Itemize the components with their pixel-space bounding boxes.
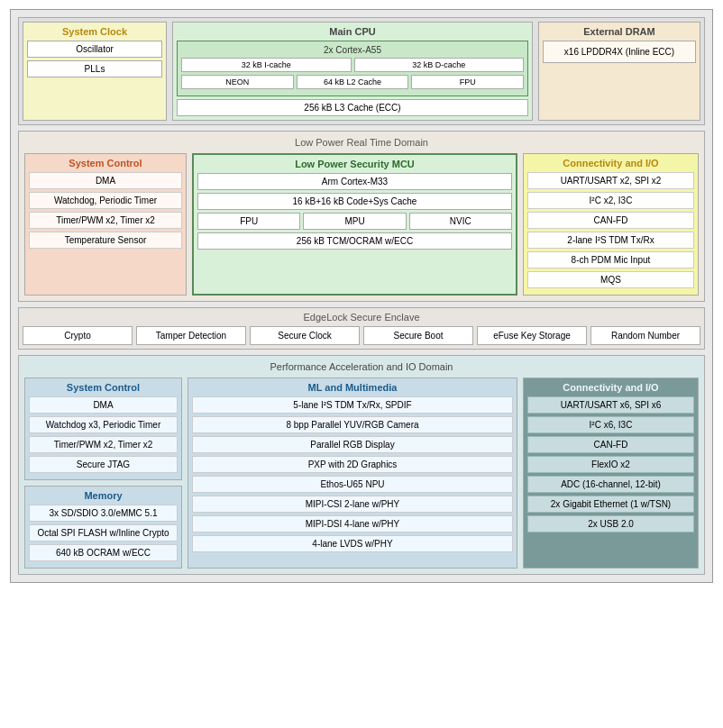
mcu-fp-row: FPU MPU NVIC (197, 213, 512, 230)
sys-control-pa-block: System Control DMA Watchdog x3, Periodic… (24, 378, 182, 480)
pa-ctrl-row-1: Watchdog x3, Periodic Timer (29, 416, 178, 433)
ml-row-3: PXP with 2D Graphics (192, 456, 513, 473)
ml-row-7: 4-lane LVDS w/PHY (192, 535, 513, 552)
main-cpu-block: Main CPU 2x Cortex-A55 32 kB I-cache 32 … (172, 22, 533, 121)
conn-pa-row-4: ADC (16-channel, 12-bit) (527, 476, 694, 493)
edgelock-item-5: Random Number (590, 326, 700, 345)
sys-control-lp-title: System Control (29, 158, 182, 168)
cpu-neon-row: NEON 64 kB L2 Cache FPU (181, 75, 524, 89)
top-section: System Clock Oscillator PLLs Main CPU 2x… (18, 17, 705, 125)
pa-domain-block: Performance Acceleration and IO Domain S… (18, 355, 705, 575)
ml-row-1: 8 bpp Parallel YUV/RGB Camera (192, 416, 513, 433)
mcu-fpu-box: FPU (197, 213, 300, 230)
connectivity-lp-block: Connectivity and I/O UART/USART x2, SPI … (523, 153, 699, 296)
conn-lp-row-5: MQS (527, 271, 694, 288)
pa-domain-title: Performance Acceleration and IO Domain (24, 361, 699, 372)
lp-inner: System Control DMA Watchdog, Periodic Ti… (24, 153, 699, 296)
mcu-mpu-box: MPU (303, 213, 406, 230)
main-cpu-title: Main CPU (177, 26, 528, 37)
edgelock-item-2: Secure Clock (250, 326, 360, 345)
conn-lp-row-1: I²C x2, I3C (527, 192, 694, 209)
conn-pa-row-0: UART/USART x6, SPI x6 (527, 396, 694, 414)
ml-row-6: MIPI-DSI 4-lane w/PHY (192, 515, 513, 532)
edgelock-block: EdgeLock Secure Enclave Crypto Tamper De… (18, 307, 705, 350)
ml-multimedia-block: ML and Multimedia 5-lane I²S TDM Tx/Rx, … (188, 378, 517, 569)
pa-ctrl-row-0: DMA (29, 396, 178, 414)
system-clock-block: System Clock Oscillator PLLs (23, 22, 167, 121)
memory-pa-block: Memory 3x SD/SDIO 3.0/eMMC 5.1 Octal SPI… (24, 486, 182, 569)
pa-left-column: System Control DMA Watchdog x3, Periodic… (24, 378, 182, 569)
cpu-cores: 2x Cortex-A55 (181, 45, 524, 55)
lp-security-mcu-block: Low Power Security MCU Arm Cortex-M33 16… (192, 153, 517, 296)
lp-domain-block: Low Power Real Time Domain System Contro… (18, 131, 705, 302)
neon-box: NEON (181, 75, 294, 89)
sys-control-lp-block: System Control DMA Watchdog, Periodic Ti… (24, 153, 187, 296)
mem-row-2: 640 kB OCRAM w/ECC (29, 544, 178, 561)
chip-diagram: System Clock Oscillator PLLs Main CPU 2x… (10, 9, 713, 583)
edgelock-item-4: eFuse Key Storage (477, 326, 587, 345)
ml-row-2: Parallel RGB Display (192, 436, 513, 453)
pa-ctrl-row-2: Timer/PWM x2, Timer x2 (29, 436, 178, 453)
mcu-nvic-box: NVIC (409, 213, 512, 230)
edgelock-items: Crypto Tamper Detection Secure Clock Sec… (23, 326, 700, 345)
icache-box: 32 kB I-cache (181, 58, 352, 72)
conn-pa-row-3: FlexIO x2 (527, 456, 694, 473)
lp-ctrl-row-1: Watchdog, Periodic Timer (29, 192, 182, 209)
oscillator-box: Oscillator (27, 41, 162, 58)
ml-row-5: MIPI-CSI 2-lane w/PHY (192, 496, 513, 513)
plls-box: PLLs (27, 60, 162, 77)
external-dram-title: External DRAM (543, 26, 696, 37)
conn-lp-row-0: UART/USART x2, SPI x2 (527, 172, 694, 189)
dram-type-box: x16 LPDDR4X (Inline ECC) (543, 41, 696, 63)
conn-lp-row-2: CAN-FD (527, 212, 694, 229)
ml-row-0: 5-lane I²S TDM Tx/Rx, SPDIF (192, 396, 513, 414)
sys-control-pa-title: System Control (29, 382, 178, 393)
cpu-cache-row: 32 kB I-cache 32 kB D-cache (181, 58, 524, 72)
mem-row-1: Octal SPI FLASH w/Inline Crypto (29, 524, 178, 541)
mcu-subtitle-row: Arm Cortex-M33 (197, 173, 512, 190)
cpu-inner-block: 2x Cortex-A55 32 kB I-cache 32 kB D-cach… (177, 41, 528, 96)
conn-pa-row-6: 2x USB 2.0 (527, 515, 694, 532)
edgelock-item-0: Crypto (23, 326, 133, 345)
pa-inner: System Control DMA Watchdog x3, Periodic… (24, 378, 699, 569)
conn-pa-row-1: I²C x6, I3C (527, 416, 694, 433)
mem-row-0: 3x SD/SDIO 3.0/eMMC 5.1 (29, 505, 178, 522)
edgelock-item-1: Tamper Detection (136, 326, 246, 345)
conn-pa-row-5: 2x Gigabit Ethernet (1 w/TSN) (527, 496, 694, 513)
lp-ctrl-row-0: DMA (29, 172, 182, 189)
conn-lp-row-4: 8-ch PDM Mic Input (527, 251, 694, 268)
conn-pa-row-2: CAN-FD (527, 436, 694, 453)
ml-multimedia-title: ML and Multimedia (192, 382, 513, 393)
l3cache-box: 256 kB L3 Cache (ECC) (177, 99, 528, 116)
lp-security-mcu-title: Low Power Security MCU (197, 159, 512, 169)
system-clock-title: System Clock (27, 26, 162, 37)
memory-pa-title: Memory (29, 490, 178, 501)
fpu-box: FPU (411, 75, 524, 89)
dcache-box: 32 kB D-cache (354, 58, 525, 72)
connectivity-pa-title: Connectivity and I/O (527, 382, 694, 393)
conn-lp-row-3: 2-lane I²S TDM Tx/Rx (527, 232, 694, 249)
lp-ctrl-row-3: Temperature Sensor (29, 232, 182, 249)
connectivity-pa-block: Connectivity and I/O UART/USART x6, SPI … (523, 378, 699, 569)
lp-domain-title: Low Power Real Time Domain (24, 137, 699, 148)
mcu-tcm-row: 256 kB TCM/OCRAM w/ECC (197, 232, 512, 250)
lp-ctrl-row-2: Timer/PWM x2, Timer x2 (29, 212, 182, 229)
l2cache-box: 64 kB L2 Cache (297, 75, 409, 89)
pa-ctrl-row-3: Secure JTAG (29, 456, 178, 473)
external-dram-block: External DRAM x16 LPDDR4X (Inline ECC) (538, 22, 700, 121)
mcu-code-cache-row: 16 kB+16 kB Code+Sys Cache (197, 193, 512, 210)
edgelock-title: EdgeLock Secure Enclave (23, 312, 700, 323)
ml-row-4: Ethos-U65 NPU (192, 476, 513, 493)
edgelock-item-3: Secure Boot (363, 326, 473, 345)
connectivity-lp-title: Connectivity and I/O (527, 158, 694, 168)
